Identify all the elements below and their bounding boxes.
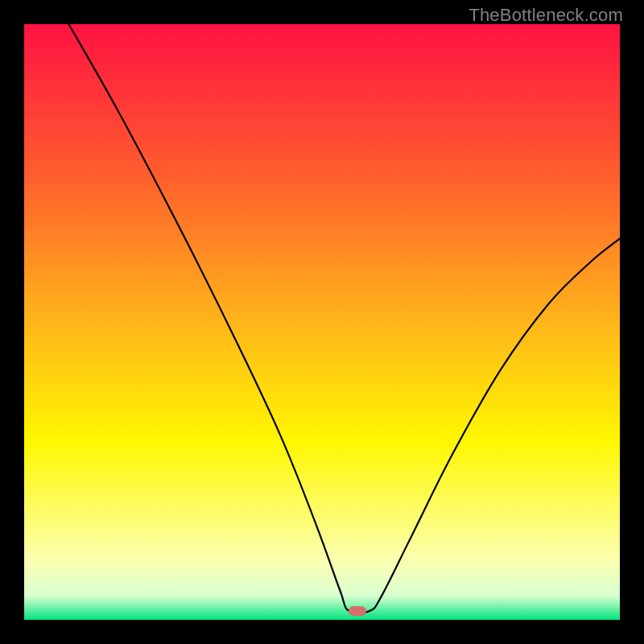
chart-frame: TheBottleneck.com [0, 0, 644, 644]
optimal-point-marker [349, 606, 366, 616]
watermark-text: TheBottleneck.com [469, 5, 623, 26]
bottleneck-curve [24, 24, 620, 620]
plot-area [24, 24, 620, 620]
